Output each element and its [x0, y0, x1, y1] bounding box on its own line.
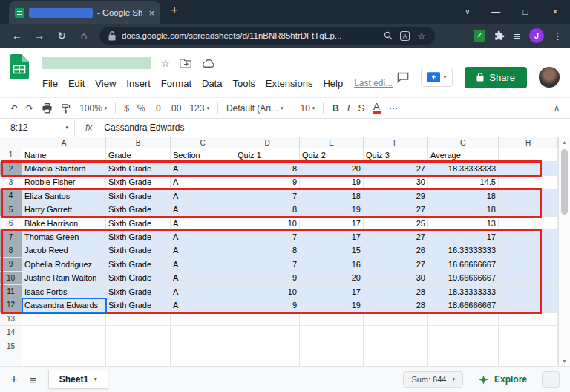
cell-G15[interactable] — [428, 339, 499, 353]
text-color-button[interactable]: A — [373, 102, 381, 114]
all-sheets-button[interactable]: ≡ — [30, 373, 36, 386]
increase-decimal-button[interactable]: .00 — [169, 103, 182, 114]
cell-H7[interactable] — [499, 230, 558, 244]
cell-A2[interactable]: Mikaela Stanford — [22, 162, 106, 175]
cell-F12[interactable]: 28 — [364, 298, 428, 312]
present-button[interactable]: ▾ — [421, 68, 453, 87]
move-folder-icon[interactable] — [180, 59, 191, 68]
cell-B7[interactable]: Sixth Grade — [106, 230, 171, 244]
menu-view[interactable]: View — [90, 78, 121, 89]
star-document-icon[interactable]: ☆ — [161, 58, 170, 69]
cell-H10[interactable] — [499, 272, 558, 285]
print-button[interactable] — [42, 103, 53, 114]
cell-E14[interactable] — [300, 326, 364, 339]
cell-B4[interactable]: Sixth Grade — [106, 189, 171, 203]
cell-E13[interactable] — [300, 313, 364, 326]
cell-G5[interactable]: 18 — [428, 203, 499, 217]
strikethrough-button[interactable]: S — [358, 102, 364, 114]
minimize-button[interactable]: — — [481, 0, 511, 24]
cell-D2[interactable]: 8 — [235, 162, 300, 175]
row-header-9[interactable]: 9 — [0, 258, 22, 271]
cell-D3[interactable]: 9 — [235, 176, 300, 189]
cell-A15[interactable] — [22, 339, 106, 353]
cell-E4[interactable]: 18 — [300, 189, 364, 203]
cell-H2[interactable] — [499, 162, 558, 175]
cell-C3[interactable]: A — [171, 176, 235, 189]
cell-G12[interactable]: 18.66666667 — [428, 298, 499, 312]
column-header-F[interactable]: F — [364, 137, 428, 148]
menu-format[interactable]: Format — [156, 78, 197, 89]
cell-A13[interactable] — [22, 313, 106, 326]
row-header-7[interactable]: 7 — [0, 230, 22, 244]
cell-C9[interactable]: A — [171, 258, 235, 271]
reading-list-icon[interactable]: ≡ — [514, 30, 520, 42]
cell-H15[interactable] — [499, 339, 558, 353]
cell-G13[interactable] — [428, 313, 499, 326]
cell-A5[interactable]: Harry Garrett — [22, 203, 106, 217]
redo-button[interactable]: ↷ — [26, 103, 33, 114]
row-header-1[interactable]: 1 — [0, 148, 22, 162]
cell-A12[interactable]: Cassandra Edwards — [22, 298, 106, 312]
cell-G2[interactable]: 18.33333333 — [428, 162, 499, 175]
italic-button[interactable]: I — [347, 102, 350, 114]
cell-B13[interactable] — [106, 313, 171, 326]
row-header-10[interactable]: 10 — [0, 272, 22, 285]
cell-F2[interactable]: 27 — [364, 162, 428, 175]
name-box[interactable]: 8:12 ▾ — [0, 122, 68, 133]
more-toolbar-button[interactable]: ⋯ — [389, 103, 398, 114]
cell-D11[interactable]: 10 — [235, 285, 300, 298]
cell-F11[interactable]: 28 — [364, 285, 428, 298]
cell-G1[interactable]: Average — [428, 148, 499, 162]
zoom-icon[interactable] — [384, 31, 393, 40]
cell-C12[interactable]: A — [171, 298, 235, 312]
cell-C13[interactable] — [171, 313, 235, 326]
cell-D8[interactable]: 8 — [235, 244, 300, 258]
undo-button[interactable]: ↶ — [10, 103, 18, 114]
cell-E7[interactable]: 17 — [300, 230, 364, 244]
cell-A14[interactable] — [22, 326, 106, 339]
extensions-puzzle-icon[interactable] — [494, 30, 505, 41]
cell-D9[interactable]: 7 — [235, 258, 300, 271]
cell-F4[interactable]: 29 — [364, 189, 428, 203]
percent-format-button[interactable]: % — [137, 103, 145, 114]
menu-insert[interactable]: Insert — [121, 78, 156, 89]
cell-H8[interactable] — [499, 244, 558, 258]
cell-H9[interactable] — [499, 258, 558, 271]
reload-button[interactable]: ↻ — [52, 30, 71, 42]
add-sheet-button[interactable]: + — [10, 372, 18, 387]
cell-E12[interactable]: 19 — [300, 298, 364, 312]
close-button[interactable]: × — [540, 0, 570, 24]
cell-B12[interactable]: Sixth Grade — [106, 298, 171, 312]
cell-F3[interactable]: 30 — [364, 176, 428, 189]
scrollbar-thumb[interactable] — [561, 149, 568, 215]
cell-C2[interactable]: A — [171, 162, 235, 175]
cell-G8[interactable]: 16.33333333 — [428, 244, 499, 258]
cell-B10[interactable]: Sixth Grade — [106, 272, 171, 285]
cell-A1[interactable]: Name — [22, 148, 106, 162]
cell-G7[interactable]: 17 — [428, 230, 499, 244]
browser-menu-icon[interactable]: ⋮ — [553, 30, 563, 42]
cell-D6[interactable]: 10 — [235, 217, 300, 230]
cell-B11[interactable]: Sixth Grade — [106, 285, 171, 298]
share-button[interactable]: Share — [465, 67, 527, 88]
sheets-logo[interactable] — [10, 54, 29, 82]
menu-extensions[interactable]: Extensions — [261, 78, 318, 89]
row-header-12[interactable]: 12 — [0, 298, 22, 312]
cell-E1[interactable]: Quiz 2 — [300, 148, 364, 162]
select-all-corner[interactable] — [0, 137, 22, 148]
row-header-13[interactable]: 13 — [0, 313, 22, 326]
zoom-select[interactable]: 100%▾ — [79, 103, 107, 114]
url-text[interactable]: docs.google.com/spreadsheets/d/11nBNR85h… — [122, 31, 378, 40]
bold-button[interactable]: B — [332, 102, 338, 114]
cell-A8[interactable]: Jacob Reed — [22, 244, 106, 258]
cell-C15[interactable] — [171, 339, 235, 353]
row-header-3[interactable]: 3 — [0, 176, 22, 189]
cell-D1[interactable]: Quiz 1 — [235, 148, 300, 162]
cell-F7[interactable]: 27 — [364, 230, 428, 244]
row-header-4[interactable]: 4 — [0, 189, 22, 203]
currency-format-button[interactable]: $ — [124, 103, 129, 114]
row-header-2[interactable]: 2 — [0, 162, 22, 175]
column-header-B[interactable]: B — [106, 137, 171, 148]
paint-format-button[interactable] — [61, 103, 71, 114]
tab-search-chevron-icon[interactable]: ∨ — [454, 0, 481, 24]
